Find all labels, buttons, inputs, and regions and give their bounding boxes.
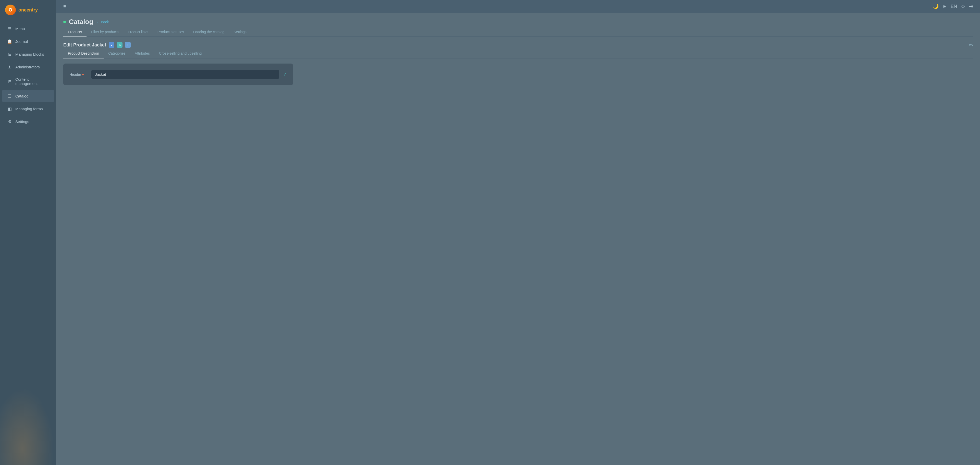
sidebar-item-administrators[interactable]: ⚿ Administrators bbox=[2, 61, 54, 73]
logo-text-part2: entry bbox=[27, 7, 38, 13]
inner-tab-categories[interactable]: Categories bbox=[103, 49, 130, 59]
top-tabs: Products Filter by products Product link… bbox=[63, 27, 973, 37]
tab-product-statuses[interactable]: Product statuses bbox=[153, 27, 189, 37]
sidebar-item-menu-label: Menu bbox=[15, 27, 25, 31]
topbar: ≡ 🌙 ⊞ EN ⊙ ⇥ bbox=[56, 0, 980, 13]
inner-tab-attributes[interactable]: Attributes bbox=[130, 49, 154, 59]
page-header: Catalog ← Back bbox=[63, 18, 973, 26]
content-area: Catalog ← Back Products Filter by produc… bbox=[56, 13, 980, 465]
tab-loading-catalog[interactable]: Loading the catalog bbox=[189, 27, 229, 37]
administrators-icon: ⚿ bbox=[7, 64, 12, 69]
form-card: Header ✓ bbox=[63, 64, 293, 85]
inner-tabs: Product Description Categories Attribute… bbox=[63, 49, 973, 59]
logo-text: oneentry bbox=[18, 7, 38, 13]
status-dot bbox=[63, 21, 66, 23]
theme-toggle-icon[interactable]: 🌙 bbox=[933, 3, 939, 9]
sidebar-item-catalog-label: Catalog bbox=[15, 94, 29, 98]
inner-tab-cross-selling[interactable]: Cross-selling and upselling bbox=[154, 49, 206, 59]
header-label: Header bbox=[69, 72, 87, 76]
hamburger-button[interactable]: ≡ bbox=[63, 4, 66, 9]
sidebar-item-menu[interactable]: ☰ Menu bbox=[2, 22, 54, 35]
settings-nav-icon: ⚙ bbox=[7, 119, 12, 124]
header-field-row: Header ✓ bbox=[69, 70, 287, 79]
sidebar-item-managing-forms-label: Managing forms bbox=[15, 107, 43, 111]
topbar-right: 🌙 ⊞ EN ⊙ ⇥ bbox=[933, 3, 973, 9]
sidebar-item-content-management[interactable]: ⊞ Content management bbox=[2, 73, 54, 89]
product-id: #5 bbox=[969, 43, 973, 47]
managing-forms-icon: ◧ bbox=[7, 106, 12, 111]
grid-icon[interactable]: ⊞ bbox=[943, 3, 947, 9]
logo-text-part1: one bbox=[18, 7, 27, 13]
page-title: Catalog bbox=[69, 18, 93, 26]
managing-blocks-icon: ⊞ bbox=[7, 51, 12, 57]
sidebar-item-administrators-label: Administrators bbox=[15, 65, 40, 69]
sidebar: O oneentry ☰ Menu 📋 Journal ⊞ Managing b… bbox=[0, 0, 56, 465]
journal-icon: 📋 bbox=[7, 39, 12, 44]
catalog-icon: ☰ bbox=[7, 93, 12, 99]
language-selector[interactable]: EN bbox=[951, 4, 957, 9]
badge-i: I bbox=[125, 42, 130, 48]
menu-icon: ☰ bbox=[7, 26, 12, 31]
sidebar-item-settings-label: Settings bbox=[15, 119, 29, 124]
inner-tab-product-description[interactable]: Product Description bbox=[63, 49, 103, 59]
sidebar-item-settings[interactable]: ⚙ Settings bbox=[2, 115, 54, 127]
back-link[interactable]: ← Back bbox=[96, 20, 109, 24]
header-input[interactable] bbox=[91, 70, 279, 79]
main-content: ≡ 🌙 ⊞ EN ⊙ ⇥ Catalog ← Back Products Fil… bbox=[56, 0, 980, 465]
tab-settings[interactable]: Settings bbox=[229, 27, 251, 37]
edit-product-header: Edit Product Jacket V S I #5 bbox=[63, 42, 973, 48]
sidebar-item-managing-blocks[interactable]: ⊞ Managing blocks bbox=[2, 48, 54, 60]
tab-product-links[interactable]: Product links bbox=[123, 27, 153, 37]
logo-icon: O bbox=[5, 5, 16, 15]
check-icon: ✓ bbox=[283, 72, 287, 77]
help-icon[interactable]: ⊙ bbox=[961, 3, 965, 9]
sidebar-item-content-management-label: Content management bbox=[15, 77, 49, 86]
content-management-icon: ⊞ bbox=[7, 79, 12, 84]
badge-s: S bbox=[117, 42, 123, 48]
sidebar-nav: ☰ Menu 📋 Journal ⊞ Managing blocks ⚿ Adm… bbox=[0, 20, 56, 130]
edit-product-title: Edit Product Jacket bbox=[63, 42, 106, 48]
tab-filter-by-products[interactable]: Filter by products bbox=[86, 27, 123, 37]
topbar-left: ≡ bbox=[63, 4, 66, 9]
logo: O oneentry bbox=[0, 0, 56, 20]
sidebar-item-managing-forms[interactable]: ◧ Managing forms bbox=[2, 103, 54, 115]
sidebar-item-managing-blocks-label: Managing blocks bbox=[15, 52, 44, 56]
sidebar-item-journal[interactable]: 📋 Journal bbox=[2, 35, 54, 48]
tab-products[interactable]: Products bbox=[63, 27, 86, 37]
logout-icon[interactable]: ⇥ bbox=[969, 3, 973, 9]
sidebar-item-catalog[interactable]: ☰ Catalog bbox=[2, 90, 54, 102]
sidebar-item-journal-label: Journal bbox=[15, 39, 28, 44]
badge-v: V bbox=[109, 42, 115, 48]
required-indicator bbox=[82, 74, 84, 75]
